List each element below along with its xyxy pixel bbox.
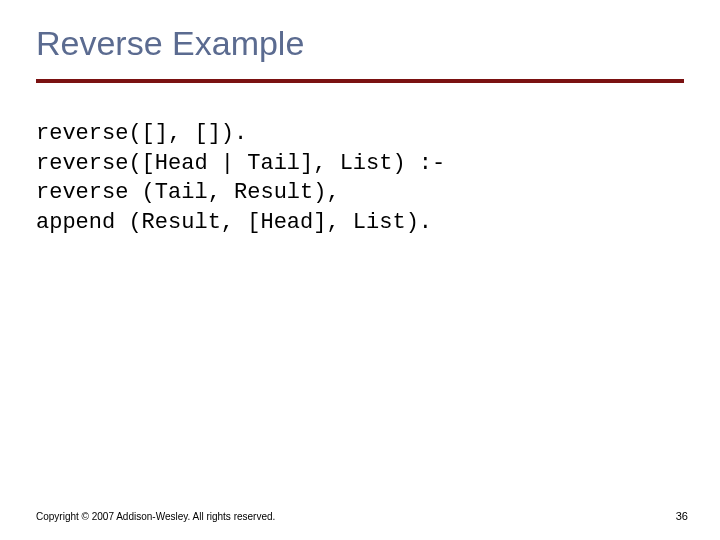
slide: Reverse Example reverse([], []). reverse… — [0, 0, 720, 540]
copyright-footer: Copyright © 2007 Addison-Wesley. All rig… — [36, 511, 275, 522]
title-underline — [36, 79, 684, 83]
code-block: reverse([], []). reverse([Head | Tail], … — [36, 119, 684, 238]
page-title: Reverse Example — [36, 24, 684, 77]
page-number: 36 — [676, 510, 688, 522]
